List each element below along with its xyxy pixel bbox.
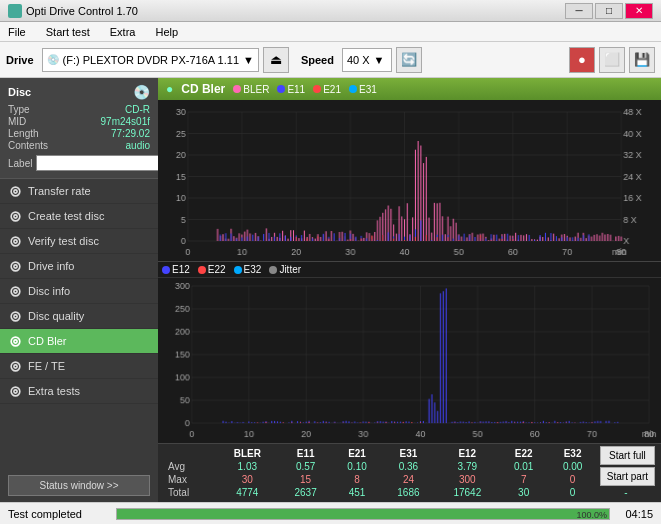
bottom-legend-e12: E12 (162, 264, 190, 275)
bottom-legend-bar: E12E22E32Jitter (158, 262, 661, 278)
status-window-button[interactable]: Status window >> (8, 475, 150, 496)
transfer-rate-icon (8, 184, 22, 198)
disc-contents-label: Contents (8, 140, 48, 151)
disc-length-value: 77:29.02 (111, 128, 150, 139)
menu-help[interactable]: Help (151, 24, 182, 40)
sidebar-item-label: FE / TE (28, 360, 65, 372)
svg-point-4 (11, 237, 20, 246)
disc-type-value: CD-R (125, 104, 150, 115)
disc-icon: 💿 (133, 84, 150, 100)
table-header: E11 (279, 447, 333, 460)
svg-point-9 (13, 289, 16, 292)
eject-button[interactable]: ⏏ (263, 47, 289, 73)
svg-point-14 (11, 362, 20, 371)
drive-label: Drive (6, 54, 34, 66)
main-area: Disc 💿 Type CD-R MID 97m24s01f Length 77… (0, 78, 661, 502)
sidebar-item-fe-te[interactable]: FE / TE (0, 354, 158, 379)
start-full-button[interactable]: Start full (600, 446, 655, 465)
svg-point-12 (11, 337, 20, 346)
legend-dot (313, 85, 321, 93)
sidebar-item-label: CD Bler (28, 335, 67, 347)
disc-mid-value: 97m24s01f (101, 116, 150, 127)
speed-label: Speed (301, 54, 334, 66)
sidebar-item-disc-quality[interactable]: Disc quality (0, 304, 158, 329)
window-controls: ─ □ ✕ (565, 3, 653, 19)
app-title: Opti Drive Control 1.70 (26, 5, 138, 17)
action-buttons: Start full Start part (600, 446, 655, 486)
sidebar-item-create-test-disc[interactable]: Create test disc (0, 204, 158, 229)
fe-te-icon (8, 359, 22, 373)
title-bar-left: Opti Drive Control 1.70 (8, 4, 138, 18)
disc-label-label: Label (8, 158, 32, 169)
btn1[interactable]: ● (569, 47, 595, 73)
sidebar-item-verify-test-disc[interactable]: Verify test disc (0, 229, 158, 254)
title-bar: Opti Drive Control 1.70 ─ □ ✕ (0, 0, 661, 22)
app-icon (8, 4, 22, 18)
sidebar-item-transfer-rate[interactable]: Transfer rate (0, 179, 158, 204)
chart-header: ● CD Bler BLERE11E21E31 (158, 78, 661, 100)
toolbar: Drive 💿 (F:) PLEXTOR DVDR PX-716A 1.11 ▼… (0, 42, 661, 78)
top-chart (160, 104, 659, 259)
legend-dot (277, 85, 285, 93)
disc-label-input[interactable] (36, 155, 169, 171)
progress-text: 100.0% (576, 509, 607, 521)
drive-info-icon (8, 259, 22, 273)
bottom-chart (160, 280, 659, 441)
sidebar-item-label: Disc quality (28, 310, 84, 322)
menu-file[interactable]: File (4, 24, 30, 40)
disc-quality-icon (8, 309, 22, 323)
legend-e11: E11 (277, 84, 305, 95)
sidebar-item-label: Transfer rate (28, 185, 91, 197)
legend-dot (198, 266, 206, 274)
sidebar: Disc 💿 Type CD-R MID 97m24s01f Length 77… (0, 78, 158, 502)
menu-extra[interactable]: Extra (106, 24, 140, 40)
disc-length-label: Length (8, 128, 39, 139)
legend-e31: E31 (349, 84, 377, 95)
maximize-button[interactable]: □ (595, 3, 623, 19)
svg-point-3 (13, 214, 16, 217)
btn2[interactable]: ⬜ (599, 47, 625, 73)
legend-e21: E21 (313, 84, 341, 95)
minimize-button[interactable]: ─ (565, 3, 593, 19)
bottom-legend-jitter: Jitter (269, 264, 301, 275)
legend-bler: BLER (233, 84, 269, 95)
menu-start-test[interactable]: Start test (42, 24, 94, 40)
bottom-legend-e32: E32 (234, 264, 262, 275)
legend-dot (233, 85, 241, 93)
speed-select[interactable]: 40 X ▼ (342, 48, 392, 72)
extra-tests-icon (8, 384, 22, 398)
legend-dot (349, 85, 357, 93)
data-table: BLERE11E21E31E12E22E32JitterAvg1.030.570… (164, 447, 655, 499)
svg-point-10 (11, 312, 20, 321)
bottom-chart-container (158, 278, 661, 443)
disc-type-row: Type CD-R (8, 104, 150, 115)
sidebar-item-extra-tests[interactable]: Extra tests (0, 379, 158, 404)
svg-point-6 (11, 262, 20, 271)
start-part-button[interactable]: Start part (600, 467, 655, 486)
create-test-disc-icon (8, 209, 22, 223)
svg-point-15 (13, 364, 16, 367)
save-button[interactable]: 💾 (629, 47, 655, 73)
table-header: E22 (499, 447, 548, 460)
status-text: Test completed (8, 508, 108, 520)
sidebar-item-disc-info[interactable]: Disc info (0, 279, 158, 304)
bottom-legend-e22: E22 (198, 264, 226, 275)
drive-select[interactable]: 💿 (F:) PLEXTOR DVDR PX-716A 1.11 ▼ (42, 48, 259, 72)
disc-label-row: Label 🔍 (8, 154, 150, 172)
table-row: Total47742637451168617642300- (164, 486, 655, 499)
progress-container: 100.0% (116, 508, 610, 520)
svg-point-8 (11, 287, 20, 296)
disc-panel: Disc 💿 Type CD-R MID 97m24s01f Length 77… (0, 78, 158, 179)
sidebar-item-cd-bler[interactable]: CD Bler (0, 329, 158, 354)
refresh-button[interactable]: 🔄 (396, 47, 422, 73)
sidebar-item-drive-info[interactable]: Drive info (0, 254, 158, 279)
table-row: Max301582430070- (164, 473, 655, 486)
table-header: E12 (435, 447, 499, 460)
svg-point-2 (11, 212, 20, 221)
legend-dot (234, 266, 242, 274)
menu-bar: File Start test Extra Help (0, 22, 661, 42)
sidebar-item-label: Drive info (28, 260, 74, 272)
disc-mid-row: MID 97m24s01f (8, 116, 150, 127)
close-button[interactable]: ✕ (625, 3, 653, 19)
svg-point-16 (11, 387, 20, 396)
